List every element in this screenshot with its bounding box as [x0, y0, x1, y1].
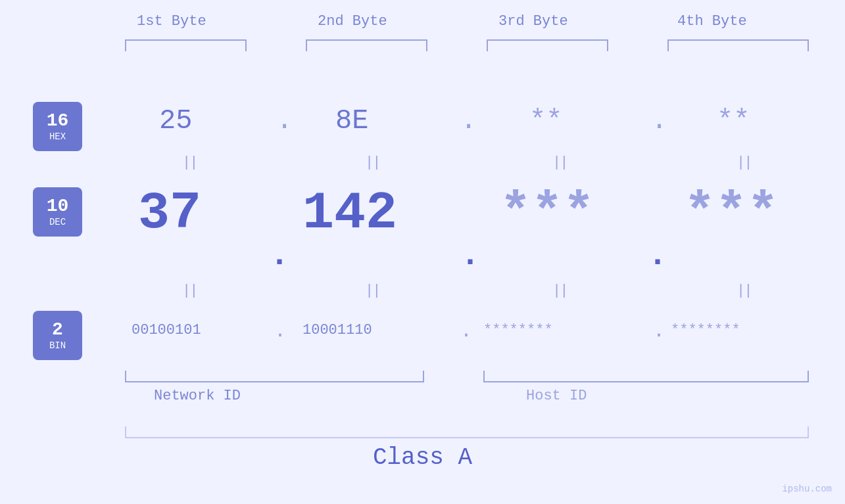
eq6: ||	[365, 283, 379, 299]
bin-b4: ********	[671, 322, 740, 338]
hex-badge: 16 HEX	[33, 102, 82, 151]
eq7: ||	[552, 283, 567, 299]
bin-b2: 10001110	[302, 322, 372, 338]
hex-b3: **	[529, 105, 562, 137]
hex-b2: 8E	[335, 105, 368, 137]
hex-b1: 25	[159, 105, 192, 137]
bin-b1: 00100101	[132, 322, 201, 338]
bin-dot3: .	[653, 320, 665, 342]
bottom-bracket-class	[125, 426, 809, 438]
dec-b4: ***	[684, 187, 779, 240]
eq2: ||	[365, 154, 379, 171]
watermark: ipshu.com	[782, 484, 832, 494]
hex-b4: **	[717, 105, 750, 137]
bottom-bracket-network	[125, 371, 424, 382]
dec-dot2: .	[460, 237, 480, 274]
main-container: 1st Byte 2nd Byte 3rd Byte 4th Byte 16 H…	[0, 0, 845, 504]
hex-dot2: .	[460, 105, 477, 137]
byte3-header: 3rd Byte	[498, 13, 568, 30]
byte4-header: 4th Byte	[677, 13, 747, 30]
top-bracket-1	[125, 39, 247, 51]
byte2-header: 2nd Byte	[318, 13, 387, 30]
top-bracket-3	[487, 39, 608, 51]
eq3: ||	[552, 154, 567, 171]
network-id-label: Network ID	[154, 388, 241, 404]
bin-badge: 2 BIN	[33, 311, 82, 360]
class-label: Class A	[0, 444, 845, 471]
byte1-header: 1st Byte	[137, 13, 206, 30]
bin-b3: ********	[483, 322, 553, 338]
dec-badge: 10 DEC	[33, 187, 82, 237]
eq4: ||	[736, 154, 751, 171]
dec-b1: 37	[138, 187, 201, 240]
bottom-bracket-host	[483, 371, 809, 382]
top-bracket-2	[306, 39, 427, 51]
hex-dot3: .	[651, 105, 667, 137]
dec-dot3: .	[648, 237, 667, 274]
bin-dot1: .	[274, 320, 286, 342]
eq5: ||	[182, 283, 197, 299]
dec-b2: 142	[302, 187, 397, 240]
host-id-label: Host ID	[526, 388, 587, 404]
dec-b3: ***	[500, 187, 594, 240]
top-bracket-4	[667, 39, 809, 51]
dec-dot1: .	[270, 237, 289, 274]
bin-dot2: .	[460, 320, 472, 342]
hex-dot1: .	[276, 105, 293, 137]
eq8: ||	[736, 283, 751, 299]
eq1: ||	[182, 154, 197, 171]
